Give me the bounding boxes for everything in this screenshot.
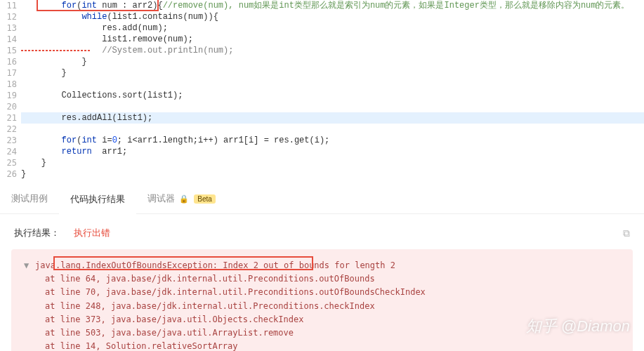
- code-line[interactable]: [21, 124, 644, 135]
- tab-result[interactable]: 代码执行结果: [59, 186, 136, 214]
- tab-testcases[interactable]: 测试用例: [0, 185, 59, 213]
- code-line[interactable]: res.addAll(list1);: [21, 112, 644, 124]
- error-wavy-underline: [21, 50, 91, 51]
- stack-trace: at line 64, java.base/jdk.internal.util.…: [24, 272, 620, 351]
- code-line[interactable]: for(int num : arr2){//remove(num), num如果…: [21, 0, 644, 11]
- stack-frame: at line 248, java.base/jdk.internal.util…: [45, 300, 620, 313]
- code-editor[interactable]: 11121314151617181920212223242526 for(int…: [0, 0, 644, 180]
- code-line[interactable]: }: [21, 56, 644, 67]
- beta-badge: Beta: [194, 194, 216, 204]
- lock-icon: 🔒: [179, 194, 189, 203]
- tab-debugger[interactable]: 调试器 🔒 Beta: [136, 185, 227, 213]
- code-area[interactable]: for(int num : arr2){//remove(num), num如果…: [21, 0, 644, 180]
- line-gutter: 11121314151617181920212223242526: [0, 0, 21, 180]
- stack-frame: at line 373, java.base/java.util.Objects…: [45, 313, 620, 326]
- error-head-prefix: java.: [35, 260, 60, 270]
- error-headline: ▼java.lang.IndexOutOfBoundsException: In…: [24, 259, 620, 272]
- code-line[interactable]: }: [21, 168, 644, 180]
- stack-frame: at line 64, java.base/jdk.internal.util.…: [45, 272, 620, 286]
- code-line[interactable]: Collections.sort(list1);: [21, 90, 644, 101]
- result-header: 执行结果： 执行出错 ⧉: [0, 214, 644, 246]
- error-panel[interactable]: ▼java.lang.IndexOutOfBoundsException: In…: [11, 249, 633, 351]
- result-status: 执行出错: [74, 227, 110, 239]
- copy-icon[interactable]: ⧉: [623, 227, 630, 239]
- code-line[interactable]: for(int i=0; i<arr1.length;i++) arr1[i] …: [21, 135, 644, 146]
- result-label: 执行结果：: [14, 227, 60, 239]
- collapse-arrow-icon[interactable]: ▼: [24, 259, 31, 272]
- code-line[interactable]: list1.remove(num);: [21, 34, 644, 45]
- code-line[interactable]: [21, 79, 644, 90]
- code-line[interactable]: [21, 101, 644, 112]
- code-line[interactable]: return arr1;: [21, 146, 644, 157]
- stack-frame: at line 14, Solution.relativeSortArray: [45, 340, 620, 351]
- code-line[interactable]: res.add(num);: [21, 22, 644, 34]
- error-head-boxed: lang.IndexOutOfBoundsException: Index 2 …: [60, 260, 395, 270]
- code-line[interactable]: }: [21, 157, 644, 168]
- stack-frame: at line 70, java.base/jdk.internal.util.…: [45, 286, 620, 299]
- code-line[interactable]: while(list1.contains(num)){: [21, 11, 644, 22]
- code-line[interactable]: //System.out.println(num);: [21, 45, 644, 56]
- result-tabs: 测试用例 代码执行结果 调试器 🔒 Beta: [0, 185, 644, 214]
- tab-debugger-label: 调试器: [147, 193, 175, 204]
- stack-frame: at line 503, java.base/java.util.ArrayLi…: [45, 326, 620, 340]
- code-line[interactable]: }: [21, 67, 644, 79]
